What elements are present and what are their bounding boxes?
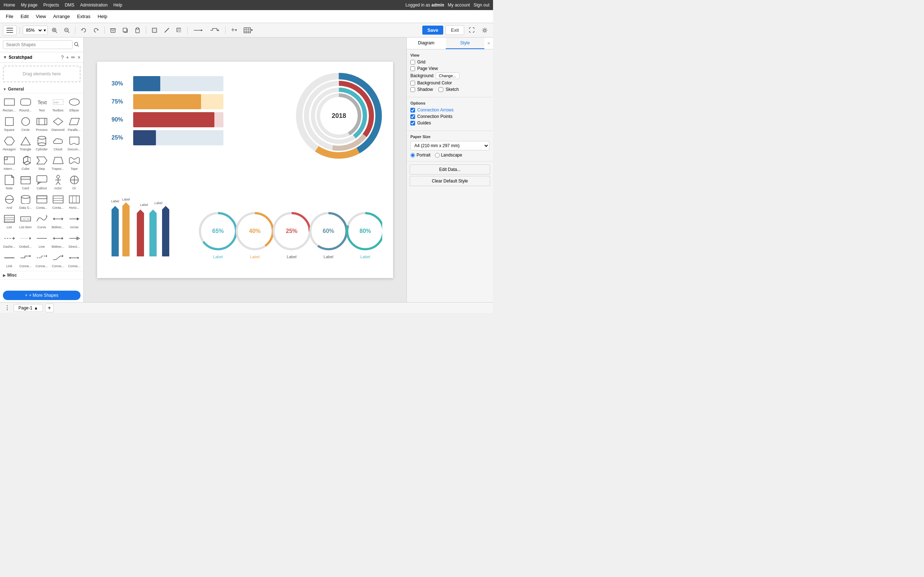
- undo-button[interactable]: [78, 25, 89, 35]
- my-account-link[interactable]: My account: [448, 3, 470, 8]
- shape-parallelogram[interactable]: Paralle...: [66, 114, 82, 133]
- page-view-checkbox[interactable]: [410, 66, 415, 71]
- scratchpad-header[interactable]: ▼ Scratchpad ? + ✏ ×: [0, 52, 83, 63]
- shape-card[interactable]: Card: [18, 173, 33, 192]
- redo-button[interactable]: [90, 25, 102, 35]
- shadow-checkbox[interactable]: [410, 87, 415, 92]
- shape-and[interactable]: And: [2, 192, 17, 211]
- scratchpad-close-button[interactable]: ×: [78, 55, 81, 60]
- scratchpad-edit-button[interactable]: ✏: [71, 55, 76, 60]
- background-color-checkbox[interactable]: [410, 81, 415, 85]
- page-menu-button[interactable]: ⋮: [3, 304, 11, 312]
- clear-default-style-button[interactable]: Clear Default Style: [410, 176, 490, 186]
- menu-view[interactable]: View: [33, 12, 49, 21]
- tab-diagram[interactable]: Diagram: [407, 37, 446, 49]
- landscape-radio[interactable]: [435, 153, 439, 158]
- copy-button[interactable]: [120, 25, 131, 35]
- shape-diamond[interactable]: Diamond: [50, 114, 66, 133]
- guides-checkbox[interactable]: [410, 121, 415, 126]
- fullscreen-button[interactable]: ⛶: [466, 25, 477, 35]
- shape-ellipse[interactable]: Ellipse: [66, 95, 82, 114]
- shape-document[interactable]: Docum...: [66, 134, 82, 153]
- nav-home[interactable]: Home: [3, 3, 15, 8]
- shape-trapezoid[interactable]: Trapez...: [50, 153, 66, 172]
- shape-curve[interactable]: Curve: [34, 212, 50, 230]
- shape-square[interactable]: Square: [2, 114, 17, 133]
- general-section-header[interactable]: ▼ General: [0, 85, 83, 93]
- shape-datastore[interactable]: Data S...: [18, 192, 33, 211]
- shape-container1[interactable]: Conta...: [34, 192, 50, 211]
- paste-button[interactable]: [132, 25, 143, 35]
- nav-help[interactable]: Help: [113, 3, 122, 8]
- shape-cube[interactable]: Cube: [18, 153, 33, 172]
- connection-style-button[interactable]: [191, 25, 206, 35]
- shape-actor[interactable]: Actor: [50, 173, 66, 192]
- canvas-area[interactable]: 30% 75% 90% 25%: [84, 37, 406, 302]
- shape-cylinder[interactable]: Cylinder: [34, 134, 50, 153]
- shape-internal[interactable]: Intern...: [2, 153, 17, 172]
- shape-bidir2[interactable]: Bidirec...: [50, 231, 66, 250]
- shape-rectangle[interactable]: Rectan...: [2, 95, 17, 114]
- shape-line[interactable]: Line: [34, 231, 50, 250]
- grid-checkbox[interactable]: [410, 60, 415, 64]
- menu-file[interactable]: File: [3, 12, 16, 21]
- save-button[interactable]: Save: [422, 26, 443, 35]
- shadow-button[interactable]: [174, 25, 184, 35]
- shape-conn3[interactable]: Conne...: [50, 251, 66, 269]
- zoom-in-button[interactable]: [49, 25, 60, 35]
- shape-note[interactable]: Note: [2, 173, 17, 192]
- shape-cloud[interactable]: Cloud: [50, 134, 66, 153]
- shape-listitem[interactable]: List Item List Item: [18, 212, 33, 230]
- zoom-out-button[interactable]: [61, 25, 72, 35]
- insert-button[interactable]: + ▾: [228, 25, 240, 35]
- page-tab[interactable]: Page-1 ▲: [14, 304, 43, 312]
- shape-container2[interactable]: Conta...: [50, 192, 66, 211]
- shape-horizontal[interactable]: Horiz...: [66, 192, 82, 211]
- shape-text[interactable]: Text Text: [34, 95, 50, 114]
- shape-list[interactable]: List: [2, 212, 17, 230]
- tab-style[interactable]: Style: [446, 37, 485, 49]
- misc-section-header[interactable]: ▶ Misc: [0, 271, 83, 279]
- nav-dms[interactable]: DMS: [65, 3, 74, 8]
- shape-process[interactable]: Process: [34, 114, 50, 133]
- line-color-button[interactable]: [162, 25, 172, 35]
- sign-out-link[interactable]: Sign out: [473, 3, 489, 8]
- nav-projects[interactable]: Projects: [43, 3, 59, 8]
- menu-arrange[interactable]: Arrange: [50, 12, 73, 21]
- search-input[interactable]: [3, 40, 73, 49]
- shape-directional[interactable]: Direct...: [66, 231, 82, 250]
- edit-data-button[interactable]: Edit Data...: [410, 164, 490, 174]
- shape-or[interactable]: Or: [66, 173, 82, 192]
- panel-close-button[interactable]: ×: [485, 37, 493, 49]
- shape-conn2[interactable]: Conne...: [34, 251, 50, 269]
- exit-button[interactable]: Exit: [446, 25, 464, 35]
- connection-arrows-checkbox[interactable]: [410, 108, 415, 113]
- shape-hexagon[interactable]: Hexagon: [2, 134, 17, 153]
- fill-color-button[interactable]: [149, 25, 160, 35]
- nav-mypage[interactable]: My page: [21, 3, 37, 8]
- menu-help[interactable]: Help: [95, 12, 110, 21]
- shape-textbox[interactable]: ≡≡≡ Textbox: [50, 95, 66, 114]
- shape-conn4[interactable]: Conne...: [66, 251, 82, 269]
- connection-points-checkbox[interactable]: [410, 114, 415, 119]
- shape-callout[interactable]: Callout: [34, 173, 50, 192]
- add-page-button[interactable]: +: [45, 304, 54, 312]
- canvas-inner[interactable]: 30% 75% 90% 25%: [97, 62, 393, 278]
- background-change-button[interactable]: Change...: [436, 73, 459, 79]
- sidebar-toggle-button[interactable]: [3, 25, 16, 35]
- shape-dotted[interactable]: Dotted...: [18, 231, 33, 250]
- zoom-control[interactable]: 85%100%75%50% ▾: [23, 26, 48, 35]
- shape-triangle[interactable]: Triangle: [18, 134, 33, 153]
- shape-conn1[interactable]: Conne...: [18, 251, 33, 269]
- shape-rounded[interactable]: Round...: [18, 95, 33, 114]
- zoom-select[interactable]: 85%100%75%50%: [24, 27, 43, 33]
- shape-step[interactable]: Step: [34, 153, 50, 172]
- sketch-checkbox[interactable]: [439, 87, 443, 92]
- portrait-radio[interactable]: [410, 153, 415, 158]
- menu-edit[interactable]: Edit: [18, 12, 31, 21]
- more-shapes-button[interactable]: + + More Shapes: [3, 291, 81, 300]
- shape-arrow[interactable]: Arrow: [66, 212, 82, 230]
- shape-link[interactable]: Link: [2, 251, 17, 269]
- shape-tape[interactable]: Tape: [66, 153, 82, 172]
- table-button[interactable]: ▾: [241, 25, 255, 35]
